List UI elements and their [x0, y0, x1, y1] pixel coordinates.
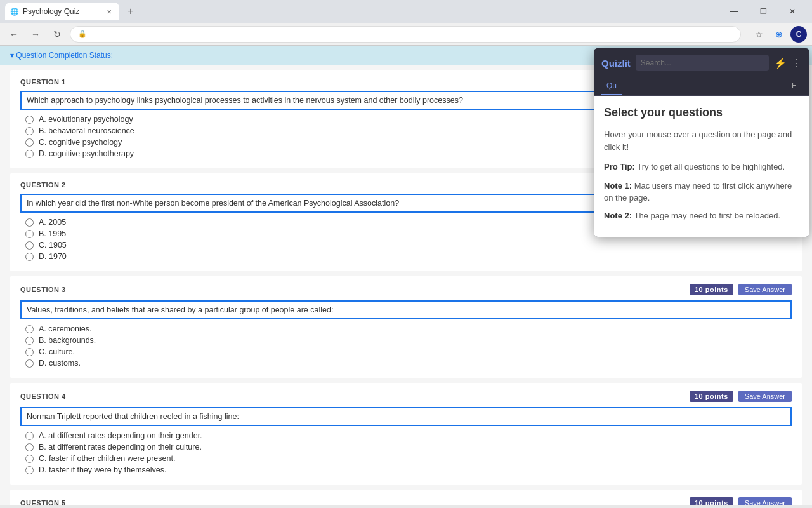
question-5-number: QUESTION 5 [20, 499, 66, 505]
tab-favicon: 🌐 [10, 8, 19, 16]
question-4-number: QUESTION 4 [20, 392, 66, 400]
lock-icon: 🔒 [78, 30, 87, 38]
q2-radio-d[interactable] [25, 253, 34, 261]
q3-save-button[interactable]: Save Answer [738, 284, 792, 295]
minimize-button[interactable]: — [719, 0, 749, 23]
question-block-3: QUESTION 3 10 points Save Answer Values,… [10, 276, 802, 378]
quizlit-body: Select your questions Hover your mouse o… [594, 96, 809, 237]
quizlit-bolt-icon[interactable]: ⚡ [774, 57, 787, 69]
quizlit-pro-tip-label: Pro Tip: [604, 162, 635, 171]
q4-radio-b[interactable] [25, 443, 34, 451]
quizlit-note2: Note 2: The page may need to first be re… [604, 210, 799, 222]
q1-radio-d[interactable] [25, 150, 34, 158]
question-3-text: Values, traditions, and beliefs that are… [20, 300, 792, 319]
new-tab-button[interactable]: + [122, 3, 140, 20]
quizlit-header-icons: ⚡ ⋮ [774, 57, 802, 69]
quizlit-pro-tip: Pro Tip: Try to get all questions to be … [604, 161, 799, 173]
quizlit-logo: Quizlit [601, 58, 631, 69]
q2-radio-b[interactable] [25, 230, 34, 238]
quizlit-note1: Note 1: Mac users may need to first clic… [604, 180, 799, 204]
quizlit-search-input[interactable] [636, 55, 769, 71]
question-3-header: QUESTION 3 10 points Save Answer [20, 284, 792, 295]
q4-option-d: D. faster if they were by themselves. [25, 465, 792, 474]
q5-points: 10 points [690, 497, 733, 505]
quizlit-header: Quizlit ⚡ ⋮ [594, 48, 809, 77]
q4-points-save: 10 points Save Answer [690, 391, 792, 402]
quizlit-popup-title: Select your questions [604, 106, 799, 119]
q1-radio-b[interactable] [25, 127, 34, 135]
page-content: ▾ Question Completion Status: QUESTION 1… [0, 46, 812, 508]
q1-radio-c[interactable] [25, 138, 34, 147]
quizlit-note1-text: Mac users may need to first click anywhe… [604, 181, 792, 203]
question-4-text: Norman Triplett reported that children r… [20, 407, 792, 426]
q4-save-button[interactable]: Save Answer [738, 391, 792, 402]
forward-button[interactable]: → [27, 25, 44, 43]
q2-radio-a[interactable] [25, 218, 34, 227]
tab-title: Psychology Quiz [23, 7, 79, 16]
back-button[interactable]: ← [5, 25, 23, 43]
bookmark-icon[interactable]: ☆ [750, 25, 768, 43]
refresh-button[interactable]: ↻ [48, 25, 66, 43]
toolbar-icons: ☆ ⊕ C [750, 25, 807, 43]
q4-radio-a[interactable] [25, 432, 34, 440]
question-2-number: QUESTION 2 [20, 181, 66, 189]
q3-option-b: B. backgrounds. [25, 336, 792, 345]
q4-points: 10 points [690, 391, 733, 402]
q4-option-a: A. at different rates depending on their… [25, 431, 792, 440]
question-4-options: A. at different rates depending on their… [20, 431, 792, 474]
q3-radio-b[interactable] [25, 337, 34, 345]
quizlit-tabs: Qu E [594, 77, 809, 96]
q3-option-c: C. culture. [25, 347, 792, 356]
q5-save-button[interactable]: Save Answer [738, 497, 792, 505]
q4-radio-d[interactable] [25, 466, 34, 474]
q3-radio-d[interactable] [25, 359, 34, 368]
question-block-5: QUESTION 5 10 points Save Answer Jamie s… [10, 490, 802, 505]
quizlit-popup: Quizlit ⚡ ⋮ Qu E Select your questions H… [594, 48, 809, 237]
question-block-4: QUESTION 4 10 points Save Answer Norman … [10, 383, 802, 485]
quizlit-note2-text: The page may need to first be reloaded. [634, 211, 780, 220]
quizlit-more-icon[interactable]: ⋮ [792, 57, 802, 69]
question-5-header: QUESTION 5 10 points Save Answer [20, 497, 792, 505]
q3-radio-c[interactable] [25, 348, 34, 356]
address-bar: ← → ↻ 🔒 ☆ ⊕ C [0, 23, 812, 46]
quizlit-tab-qu[interactable]: Qu [601, 77, 622, 95]
q2-option-c: C. 1905 [25, 241, 792, 250]
question-3-number: QUESTION 3 [20, 286, 66, 293]
question-4-header: QUESTION 4 10 points Save Answer [20, 391, 792, 402]
q3-option-a: A. ceremonies. [25, 324, 792, 333]
url-input[interactable]: 🔒 [70, 26, 741, 43]
q3-points: 10 points [690, 284, 733, 295]
chrome-tab-bar: 🌐 Psychology Quiz ✕ + — ❐ ✕ [0, 0, 812, 23]
quizlit-instruction: Hover your mouse over a question on the … [604, 128, 799, 153]
close-button[interactable]: ✕ [778, 0, 807, 23]
question-3-options: A. ceremonies. B. backgrounds. C. cultur… [20, 324, 792, 368]
window-controls: — ❐ ✕ [719, 0, 807, 23]
q4-option-b: B. at different rates depending on their… [25, 443, 792, 451]
extension-icon[interactable]: ⊕ [770, 25, 788, 43]
q2-radio-c[interactable] [25, 241, 34, 250]
q2-option-d: D. 1970 [25, 252, 792, 261]
completion-label[interactable]: ▾ Question Completion Status: [10, 51, 113, 60]
quizlit-tab-e[interactable]: E [787, 77, 802, 95]
q3-points-save: 10 points Save Answer [690, 284, 792, 295]
q5-points-save: 10 points Save Answer [690, 497, 792, 505]
question-1-number: QUESTION 1 [20, 78, 66, 86]
tab-close-button[interactable]: ✕ [104, 6, 114, 17]
profile-avatar[interactable]: C [790, 26, 807, 43]
quizlit-note2-label: Note 2: [604, 211, 632, 220]
active-tab[interactable]: 🌐 Psychology Quiz ✕ [5, 3, 119, 20]
q3-radio-a[interactable] [25, 325, 34, 333]
quizlit-pro-tip-text: Try to get all questions to be highlight… [637, 162, 785, 171]
q4-option-c: C. faster if other children were present… [25, 454, 792, 463]
q3-option-d: D. customs. [25, 359, 792, 368]
quizlit-note1-label: Note 1: [604, 181, 632, 190]
q4-radio-c[interactable] [25, 455, 34, 463]
q1-radio-a[interactable] [25, 116, 34, 124]
maximize-button[interactable]: ❐ [749, 0, 778, 23]
